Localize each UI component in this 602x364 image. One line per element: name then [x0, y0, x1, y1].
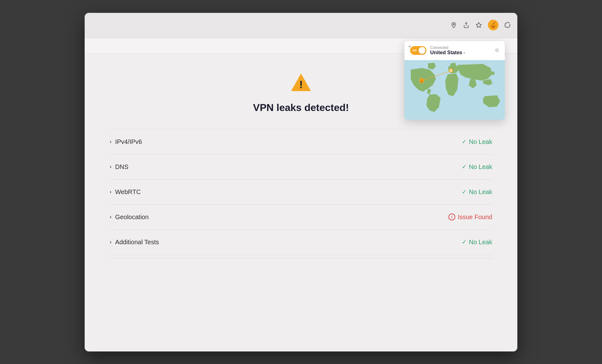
location-icon[interactable]	[450, 22, 457, 29]
leak-status-1: ✓No Leak	[462, 163, 493, 171]
check-icon-0: ✓	[462, 138, 467, 145]
check-icon-2: ✓	[462, 188, 467, 195]
issue-icon-3: !	[448, 214, 455, 220]
leak-item-left-4: ›Additional Tests	[110, 239, 159, 246]
check-icon-1: ✓	[462, 163, 467, 170]
svg-text:!: !	[299, 79, 303, 90]
vpn-location[interactable]: United States ›	[430, 50, 465, 55]
chevron-icon-0: ›	[110, 139, 111, 145]
chevron-icon-2: ›	[110, 189, 111, 195]
browser-chrome: 🍯	[85, 13, 517, 38]
browser-content: ! VPN leaks detected! ›IPv4/IPv6✓No Leak…	[85, 38, 517, 351]
status-text-2: No Leak	[469, 188, 493, 196]
svg-point-0	[453, 24, 454, 25]
svg-text:🍯: 🍯	[420, 79, 424, 83]
vpn-popup-header: ◂ ON Connected United States › ⚙	[404, 41, 505, 60]
vpn-status-text: Connected United States ›	[430, 45, 465, 55]
popup-arrow-icon[interactable]: ◂	[408, 44, 410, 49]
warning-title: VPN leaks detected!	[253, 102, 349, 113]
leak-label-3: Geolocation	[115, 214, 149, 221]
chevron-icon-3: ›	[110, 214, 111, 220]
leak-item-left-0: ›IPv4/IPv6	[110, 138, 142, 145]
chevron-icon-4: ›	[110, 239, 111, 245]
share-icon[interactable]	[463, 22, 470, 29]
leak-item-left-1: ›DNS	[110, 163, 129, 171]
leak-status-3: !Issue Found	[448, 214, 492, 221]
chevron-icon-1: ›	[110, 164, 111, 170]
vpn-toggle[interactable]: ON	[410, 46, 426, 55]
vpn-extension-icon[interactable]: 🍯	[488, 20, 499, 30]
status-text-1: No Leak	[469, 163, 493, 171]
leak-status-2: ✓No Leak	[462, 188, 493, 196]
vpn-popup: ◂ ON Connected United States › ⚙	[404, 41, 505, 120]
status-text-4: No Leak	[469, 239, 493, 246]
leak-test-item-4[interactable]: ›Additional Tests✓No Leak	[110, 230, 492, 255]
leak-status-0: ✓No Leak	[462, 138, 493, 145]
vpn-settings-icon[interactable]: ⚙	[495, 47, 499, 53]
toggle-knob	[419, 47, 425, 54]
warning-triangle-icon: !	[290, 72, 312, 94]
check-icon-4: ✓	[462, 239, 467, 245]
vpn-connected-label: Connected	[430, 45, 465, 50]
leak-test-item-2[interactable]: ›WebRTC✓No Leak	[110, 180, 492, 205]
leak-test-item-1[interactable]: ›DNS✓No Leak	[110, 155, 492, 180]
leak-item-left-2: ›WebRTC	[110, 188, 141, 196]
toolbar-icons: 🍯	[450, 20, 511, 30]
leak-label-4: Additional Tests	[115, 239, 159, 246]
leak-status-4: ✓No Leak	[462, 239, 493, 246]
location-chevron-icon: ›	[463, 50, 465, 55]
svg-marker-1	[476, 23, 482, 28]
browser-window: 🍯 ! VPN leaks detected!	[85, 13, 517, 351]
vpn-map: 🍯	[404, 60, 505, 120]
svg-point-10	[450, 70, 452, 71]
leak-test-item-0[interactable]: ›IPv4/IPv6✓No Leak	[110, 129, 492, 155]
status-text-3: Issue Found	[458, 214, 492, 221]
puzzle-icon[interactable]	[504, 22, 511, 29]
leak-label-0: IPv4/IPv6	[115, 138, 142, 145]
toggle-on-label: ON	[412, 49, 417, 52]
star-icon[interactable]	[475, 22, 482, 29]
leak-tests-list: ›IPv4/IPv6✓No Leak›DNS✓No Leak›WebRTC✓No…	[110, 129, 492, 255]
leak-label-1: DNS	[115, 163, 128, 171]
leak-test-item-3[interactable]: ›Geolocation!Issue Found	[110, 205, 492, 230]
vpn-toggle-area: ON Connected United States ›	[410, 45, 465, 55]
status-text-0: No Leak	[469, 138, 493, 145]
leak-item-left-3: ›Geolocation	[110, 214, 149, 221]
leak-label-2: WebRTC	[115, 188, 141, 196]
bottom-divider	[110, 258, 492, 258]
